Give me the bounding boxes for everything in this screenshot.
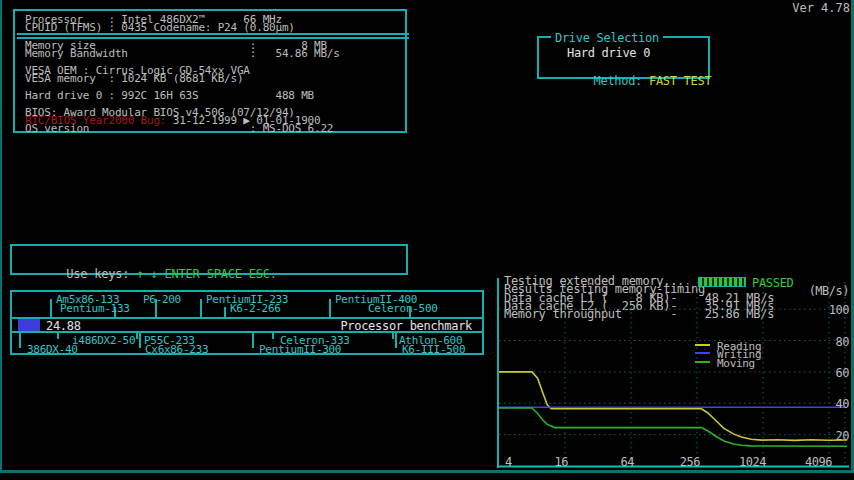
keys-hint-label: Use keys: [66, 267, 136, 281]
benchmark-tick [329, 299, 331, 317]
benchmark-ref-label: K6-III-500 [402, 343, 465, 356]
keys-hint-row: Use keys: ↑ ↓ ENTER SPACE ESC. [24, 253, 277, 295]
system-info-box: Processor : Intel 486DX2™ 66 MHzCPUID (T… [13, 9, 407, 133]
benchmark-tick [224, 307, 226, 317]
legend-label: Moving [717, 357, 755, 370]
benchmark-tick [272, 331, 274, 339]
drive-selection-item[interactable]: Hard drive 0 [567, 46, 650, 60]
chart-y-tick-label: 80 [805, 335, 849, 349]
chart-x-tick-label: 64 [594, 455, 634, 469]
info-separator [17, 33, 409, 35]
benchmark-ref-label: K6-2-266 [230, 302, 281, 315]
version-label: Ver 4.78 [770, 1, 850, 15]
screen-border-bottom [0, 470, 854, 473]
drive-selection-box: Drive Selection Hard drive 0 Method: FAS… [537, 36, 710, 79]
benchmark-reference-ticks: Am5x86-133P6-200PentiumII-233PentiumII-4… [12, 292, 482, 353]
benchmark-tick [139, 331, 141, 348]
chart-x-tick-label: 4096 [792, 455, 832, 469]
method-value: FAST TEST [649, 74, 711, 88]
info-row: VESA memory : 1024 KB (8681 KB/s) [25, 74, 243, 84]
benchmark-ref-label: 386DX-40 [27, 343, 78, 356]
benchmark-ref-label: Pentium-133 [60, 302, 130, 315]
info-text: Memory Bandwidth : 54.86 MB/s [25, 47, 340, 60]
speedsys-screen: Ver 4.78 Processor : Intel 486DX2™ 66 MH… [0, 0, 854, 480]
legend-swatch [695, 344, 710, 346]
drive-method-row[interactable]: Method: FAST TEST [552, 60, 711, 102]
benchmark-ref-label: i486DX2-50 [72, 334, 135, 347]
chart-x-tick-label: 1024 [726, 455, 766, 469]
memory-timing-chart [497, 278, 849, 470]
legend-swatch [695, 361, 710, 363]
legend-item: Moving [695, 357, 785, 366]
info-row: Memory Bandwidth : 54.86 MB/s [25, 49, 340, 59]
benchmark-tick [252, 331, 254, 348]
benchmark-tick [57, 331, 59, 339]
chart-x-tick-label: 16 [528, 455, 568, 469]
benchmark-ref-label: Cx6x86-233 [145, 343, 208, 356]
benchmark-tick [392, 331, 394, 339]
info-text: Hard drive 0 : 992C 16H 63S 488 MB [25, 89, 314, 102]
processor-benchmark-box: 24.88 Processor benchmark Am5x86-133P6-2… [10, 290, 484, 355]
keys-hint-box: Use keys: ↑ ↓ ENTER SPACE ESC. [10, 244, 408, 275]
benchmark-tick [200, 299, 202, 317]
benchmark-ref-label: PentiumII-300 [259, 343, 341, 356]
legend-swatch [695, 352, 710, 354]
chart-x-tick-label: 4 [505, 455, 512, 469]
chart-y-tick-label: 100 [805, 303, 849, 317]
benchmark-tick [50, 299, 52, 317]
chart-series-reading [499, 372, 847, 441]
screen-border-left [0, 0, 2, 472]
info-row: Hard drive 0 : 992C 16H 63S 488 MB [25, 91, 314, 101]
drive-selection-title: Drive Selection [551, 31, 663, 45]
chart-y-tick-label: 20 [805, 429, 849, 443]
benchmark-tick [395, 331, 397, 348]
benchmark-ref-label: Celeron-500 [368, 302, 438, 315]
keys-hint-keys: ↑ ↓ ENTER SPACE ESC. [136, 267, 277, 281]
chart-x-tick-label: 256 [660, 455, 700, 469]
system-info-rows: Processor : Intel 486DX2™ 66 MHzCPUID (T… [25, 11, 401, 131]
info-text: OS version : MS-DOS 6.22 [25, 122, 333, 135]
info-row: OS version : MS-DOS 6.22 [25, 124, 333, 134]
benchmark-ref-label: P6-200 [143, 293, 181, 306]
info-text: VESA memory : 1024 KB (8681 KB/s) [25, 72, 243, 85]
chart-y-tick-label: 40 [805, 397, 849, 411]
benchmark-tick [136, 331, 138, 339]
method-label: Method: [594, 74, 642, 88]
chart-y-tick-label: 60 [805, 366, 849, 380]
benchmark-tick [19, 331, 21, 348]
